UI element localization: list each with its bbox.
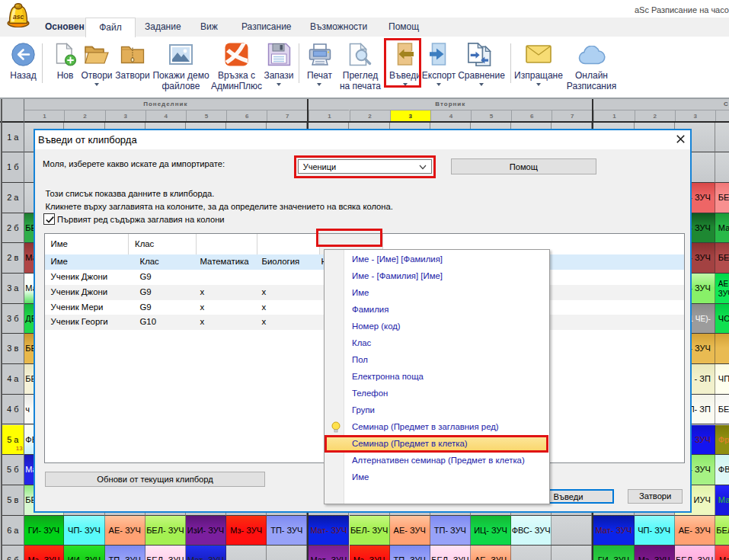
svg-text:asc: asc bbox=[13, 13, 24, 21]
